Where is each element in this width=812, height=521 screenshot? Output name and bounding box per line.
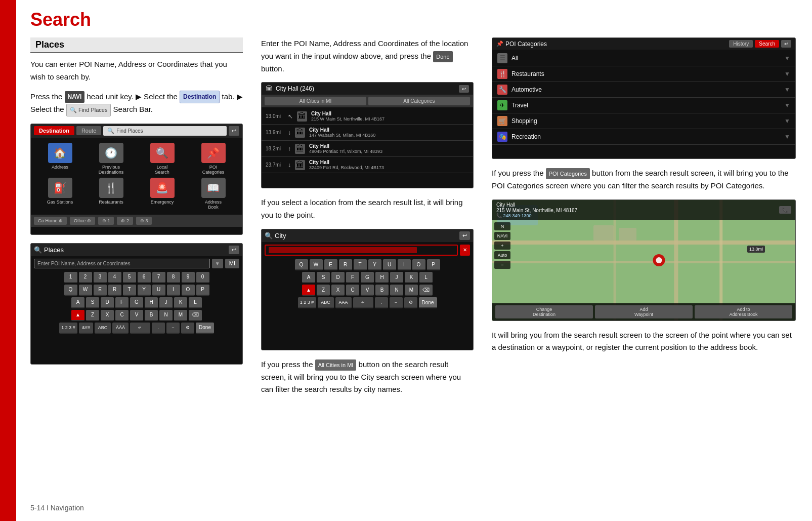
- result-item-1[interactable]: 13.9mi ↓ 🏛 City Hall 147 Wabash St, Mila…: [262, 125, 473, 141]
- kb-8[interactable]: 8: [167, 272, 180, 283]
- city-kb-m[interactable]: M: [405, 285, 418, 296]
- poi-item-recreation[interactable]: 🎭 Recreation ▼: [492, 129, 795, 145]
- kb-e[interactable]: E: [94, 285, 107, 296]
- poi-item-travel[interactable]: ✈ Travel ▼: [492, 98, 795, 113]
- history-tab[interactable]: History: [729, 40, 753, 48]
- city-kb-y[interactable]: Y: [368, 259, 381, 270]
- kb-h[interactable]: H: [145, 297, 158, 308]
- kb-7[interactable]: 7: [152, 272, 165, 283]
- city-kb-abc[interactable]: ABC: [318, 297, 334, 308]
- kb-i[interactable]: I: [167, 285, 180, 296]
- city-kb-123[interactable]: 1 2 3 #: [298, 297, 316, 308]
- city-kb-b[interactable]: B: [375, 285, 389, 296]
- kb-0[interactable]: 0: [196, 272, 209, 283]
- all-categories-filter[interactable]: All Categories: [368, 97, 470, 105]
- city-kb-n[interactable]: N: [390, 285, 403, 296]
- city-kb-a[interactable]: A: [302, 272, 315, 283]
- city-kb-s[interactable]: S: [317, 272, 330, 283]
- city-kb-h[interactable]: H: [375, 272, 389, 283]
- kb-q[interactable]: Q: [64, 285, 77, 296]
- add-waypoint-btn[interactable]: AddWaypoint: [595, 305, 693, 318]
- kb-b[interactable]: B: [145, 310, 158, 321]
- city-kb-backspace[interactable]: ⌫: [419, 285, 433, 296]
- kb-d[interactable]: D: [101, 297, 114, 308]
- kb-4[interactable]: 4: [108, 272, 121, 283]
- result-item-2[interactable]: 18.2mi ↑ 🏛 City Hall 49045 Pontiac Trl, …: [262, 141, 473, 157]
- kb-w[interactable]: W: [79, 285, 92, 296]
- city-kb-z[interactable]: Z: [317, 285, 330, 296]
- search-tab[interactable]: Search: [755, 40, 779, 48]
- kb-n[interactable]: N: [159, 310, 173, 321]
- result-item-0[interactable]: 13.0mi ↖ 🏛 City Hall 215 W Main St, Nort…: [262, 108, 473, 125]
- city-kb-r[interactable]: R: [339, 259, 352, 270]
- all-cities-filter[interactable]: All Cities in MI: [265, 97, 366, 105]
- city-kb-done[interactable]: Done: [419, 297, 437, 308]
- kb-6[interactable]: 6: [138, 272, 151, 283]
- kb-123[interactable]: 1 2 3 #: [59, 323, 77, 334]
- kb-hyphen[interactable]: −: [166, 323, 180, 334]
- kb-space[interactable]: ↵: [130, 323, 150, 334]
- city-kb-d[interactable]: D: [331, 272, 345, 283]
- city-kb-v[interactable]: V: [361, 285, 374, 296]
- result-item-3[interactable]: 23.7mi ↓ 🏛 City Hall 32409 Fort Rd, Rock…: [262, 157, 473, 173]
- kb-t[interactable]: T: [123, 285, 136, 296]
- kb-5[interactable]: 5: [123, 272, 136, 283]
- kb-symbols[interactable]: &##: [79, 323, 93, 334]
- kb-u[interactable]: U: [152, 285, 165, 296]
- map-navi-btn[interactable]: NAVI: [494, 232, 510, 240]
- city-kb-c[interactable]: C: [346, 285, 359, 296]
- kb-y[interactable]: Y: [138, 285, 151, 296]
- places-input-field[interactable]: Enter POI Name, Address or Coordinates: [34, 259, 210, 268]
- city-kb-shift[interactable]: ▲: [302, 285, 315, 296]
- kb-v[interactable]: V: [130, 310, 143, 321]
- city-input-field[interactable]: [265, 245, 458, 256]
- city-kb-e[interactable]: E: [324, 259, 337, 270]
- map-back-btn[interactable]: 📞: [779, 206, 791, 214]
- kb-3[interactable]: 3: [94, 272, 107, 283]
- city-kb-p[interactable]: P: [427, 259, 440, 270]
- kb-g[interactable]: G: [130, 297, 143, 308]
- map-north-btn[interactable]: N: [494, 222, 510, 230]
- change-destination-btn[interactable]: ChangeDestination: [495, 305, 593, 318]
- poi-item-restaurants[interactable]: 🍴 Restaurants ▼: [492, 66, 795, 82]
- city-kb-l[interactable]: L: [419, 272, 433, 283]
- kb-backspace[interactable]: ⌫: [189, 310, 202, 321]
- poi-item-all[interactable]: ☰ All ▼: [492, 51, 795, 66]
- kb-f[interactable]: F: [115, 297, 129, 308]
- city-kb-q[interactable]: Q: [295, 259, 308, 270]
- city-kb-f[interactable]: F: [346, 272, 359, 283]
- city-kb-settings[interactable]: ⚙: [404, 297, 417, 308]
- map-zoom-in-btn[interactable]: +: [494, 242, 510, 250]
- city-kb-u[interactable]: U: [383, 259, 396, 270]
- kb-accents[interactable]: ÄÄÄ: [112, 323, 129, 334]
- poi-back-btn[interactable]: ↩: [781, 40, 791, 48]
- kb-k[interactable]: K: [174, 297, 187, 308]
- kb-c[interactable]: C: [115, 310, 129, 321]
- city-kb-g[interactable]: G: [361, 272, 374, 283]
- city-kb-j[interactable]: J: [390, 272, 403, 283]
- kb-s[interactable]: S: [86, 297, 99, 308]
- poi-item-shopping[interactable]: 🛒 Shopping ▼: [492, 113, 795, 129]
- kb-period[interactable]: .: [152, 323, 165, 334]
- kb-settings[interactable]: ⚙: [181, 323, 194, 334]
- city-kb-i[interactable]: I: [398, 259, 411, 270]
- dropdown-btn[interactable]: ▼: [212, 259, 223, 268]
- city-kb-k[interactable]: K: [405, 272, 418, 283]
- city-kb-accents[interactable]: ÄÄÄ: [335, 297, 352, 308]
- kb-2[interactable]: 2: [79, 272, 92, 283]
- kb-z[interactable]: Z: [86, 310, 99, 321]
- city-kb-x[interactable]: X: [331, 285, 345, 296]
- kb-p[interactable]: P: [196, 285, 209, 296]
- city-clear-btn[interactable]: ✕: [460, 245, 470, 256]
- kb-o[interactable]: O: [182, 285, 195, 296]
- kb-abc[interactable]: ABC: [95, 323, 111, 334]
- state-selector[interactable]: MI: [225, 259, 239, 268]
- kb-m[interactable]: M: [174, 310, 187, 321]
- kb-a[interactable]: A: [71, 297, 84, 308]
- city-kb-w[interactable]: W: [310, 259, 323, 270]
- poi-item-automotive[interactable]: 🔧 Automotive ▼: [492, 82, 795, 98]
- city-kb-o[interactable]: O: [412, 259, 425, 270]
- city-kb-space[interactable]: ↵: [353, 297, 373, 308]
- city-kb-t[interactable]: T: [354, 259, 367, 270]
- kb-9[interactable]: 9: [182, 272, 195, 283]
